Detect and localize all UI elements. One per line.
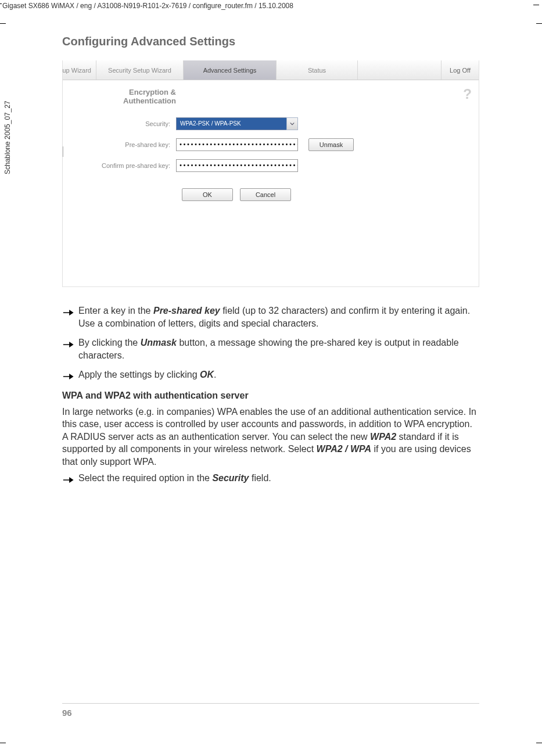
router-ui-screenshot: up Wizard Security Setup Wizard Advanced… — [62, 60, 479, 287]
label-security: Security: — [74, 120, 176, 127]
label-confirm-pre-shared-key: Confirm pre-shared key: — [74, 162, 176, 169]
cancel-button[interactable]: Cancel — [240, 188, 291, 201]
logoff-link[interactable]: Log Off — [441, 60, 479, 80]
section-heading: Encryption & Authentication — [74, 88, 176, 106]
tab-bar: up Wizard Security Setup Wizard Advanced… — [63, 60, 479, 80]
arrow-icon — [62, 371, 75, 384]
instruction-item: By clicking the Unmask button, a message… — [62, 336, 479, 361]
tab-advanced-settings[interactable]: Advanced Settings — [184, 60, 277, 80]
page-title: Configuring Advanced Settings — [62, 35, 235, 48]
scroll-indicator — [62, 146, 63, 157]
template-version: Schablone 2005_07_27 — [3, 101, 12, 174]
chevron-down-icon[interactable] — [286, 117, 298, 130]
arrow-icon — [62, 307, 75, 320]
paragraph: In large networks (e.g. in companies) WP… — [62, 406, 479, 468]
arrow-icon — [62, 474, 75, 487]
arrow-icon — [62, 339, 75, 352]
tab-setup-wizard-partial[interactable]: up Wizard — [63, 60, 96, 80]
instruction-item: Apply the settings by clicking OK. — [62, 368, 479, 381]
label-pre-shared-key: Pre-shared key: — [74, 141, 176, 148]
page-number: 96 — [62, 708, 72, 718]
tab-security-setup-wizard[interactable]: Security Setup Wizard — [96, 60, 184, 80]
subsection-heading: WPA and WPA2 with authentication server — [62, 389, 479, 402]
unmask-button[interactable]: Unmask — [308, 138, 354, 151]
help-icon[interactable]: ? — [463, 86, 472, 102]
pre-shared-key-input[interactable]: •••••••••••••••••••••••••••••••• — [176, 138, 298, 151]
doc-path-header: Gigaset SX686 WiMAX / eng / A31008-N919-… — [2, 2, 293, 10]
instruction-text: Enter a key in the Pre-shared key field … — [62, 304, 479, 491]
instruction-item: Select the required option in the Securi… — [62, 472, 479, 485]
tab-status[interactable]: Status — [277, 60, 358, 80]
confirm-pre-shared-key-input[interactable]: •••••••••••••••••••••••••••••••• — [176, 159, 298, 172]
security-select[interactable]: WPA2-PSK / WPA-PSK — [176, 117, 298, 130]
instruction-item: Enter a key in the Pre-shared key field … — [62, 304, 479, 329]
ok-button[interactable]: OK — [182, 188, 233, 201]
